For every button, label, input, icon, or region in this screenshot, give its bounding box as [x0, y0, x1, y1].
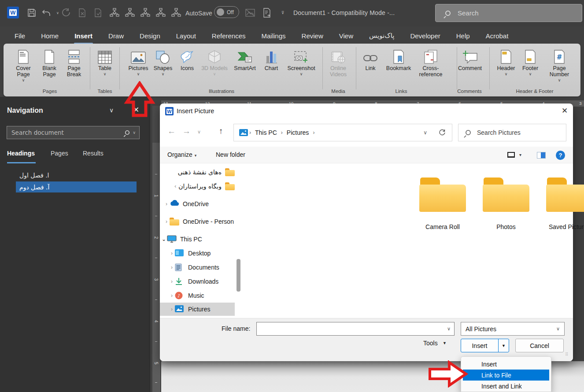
expand-chevron-icon[interactable]: ›	[169, 292, 175, 299]
tools-button[interactable]: Tools	[423, 340, 438, 347]
page-break-button[interactable]: Page Break	[62, 47, 86, 78]
chart-button[interactable]: Chart	[260, 47, 282, 71]
document-arrow-icon[interactable]	[262, 7, 272, 18]
file-type-dropdown[interactable]: All Pictures ∨	[461, 322, 565, 336]
resize-grip[interactable]: ⠿	[565, 352, 570, 357]
tree-item-virastaran[interactable]: وبگاه ویراستاران ›	[160, 180, 235, 192]
expand-chevron-icon[interactable]: ›	[169, 306, 175, 312]
nav-tab-results[interactable]: Results	[83, 150, 103, 157]
heading-item-selected[interactable]: آ. فصل دوم	[16, 181, 137, 192]
autosave-toggle[interactable]: Off	[214, 6, 239, 18]
dialog-search-box[interactable]	[458, 124, 566, 141]
titlebar-search-input[interactable]	[457, 9, 554, 17]
chevron-down-icon[interactable]: ∨	[447, 326, 454, 332]
pictures-button[interactable]: Pictures∨	[126, 47, 151, 76]
tree-item-mindmaps[interactable]: ه‌های نقشهٔ ذهنی	[160, 166, 235, 178]
tree-scrollbar-thumb[interactable]	[237, 259, 240, 292]
expand-chevron-icon[interactable]: ›	[169, 250, 175, 256]
header-button[interactable]: Header∨	[494, 47, 518, 76]
shapes-button[interactable]: Shapes∨	[151, 47, 175, 76]
dialog-search-input[interactable]	[476, 129, 547, 137]
collapse-chevron-icon[interactable]: ⌄	[161, 236, 167, 242]
org-chart-icon[interactable]	[171, 7, 181, 18]
preview-pane-icon[interactable]	[537, 152, 546, 159]
tree-item-documents[interactable]: › Documents	[160, 261, 235, 274]
table-button[interactable]: Table∨	[92, 47, 117, 76]
back-icon[interactable]: ←	[167, 126, 176, 136]
tree-item-desktop[interactable]: › Desktop	[160, 247, 235, 259]
close-icon[interactable]: ✕	[560, 106, 569, 116]
document-cancel-icon[interactable]	[77, 7, 87, 18]
tab-file[interactable]: File	[9, 30, 31, 41]
nav-tab-pages[interactable]: Pages	[51, 150, 68, 157]
chevron-down-icon[interactable]: ∨	[133, 130, 136, 135]
screenshot-button[interactable]: Screenshot∨	[285, 47, 318, 76]
tree-item-pictures[interactable]: › Pictures	[160, 303, 235, 316]
tab-home[interactable]: Home	[35, 30, 64, 41]
chevron-down-icon[interactable]: ▾	[519, 152, 521, 157]
tree-item-onedrive-personal[interactable]: › OneDrive - Person	[160, 215, 235, 228]
org-chart-icon[interactable]	[109, 7, 120, 18]
folder-tile-saved-pictures[interactable]: Saved Pictures	[538, 178, 584, 230]
insert-dropdown-icon[interactable]: ▼	[498, 339, 509, 352]
org-chart-icon[interactable]	[125, 7, 135, 18]
tree-item-this-pc[interactable]: ⌄ This PC	[160, 233, 235, 245]
new-folder-button[interactable]: New folder	[216, 151, 245, 158]
tab-mailings[interactable]: Mailings	[256, 30, 292, 41]
icons-button[interactable]: Icons	[176, 47, 199, 71]
tab-paknevis[interactable]: پاک‌نویس	[363, 30, 400, 41]
folder-tile-photos[interactable]: Photos	[474, 178, 538, 230]
cross-reference-button[interactable]: Cross-reference	[415, 47, 447, 78]
file-name-combobox[interactable]: ∨	[256, 322, 455, 336]
tab-references[interactable]: References	[206, 30, 251, 41]
tree-item-music[interactable]: › ♪ Music	[160, 289, 235, 302]
cover-page-button[interactable]: Cover Page∨	[10, 47, 37, 82]
tab-insert[interactable]: Insert	[69, 30, 98, 41]
tab-view[interactable]: View	[333, 30, 359, 41]
tab-layout[interactable]: Layout	[170, 30, 202, 41]
expand-chevron-icon[interactable]: ›	[163, 201, 170, 207]
nav-tab-headings[interactable]: Headings	[7, 150, 35, 157]
tree-item-onedrive[interactable]: › OneDrive	[160, 198, 235, 210]
menu-item-insert-and-link[interactable]: Insert and Link	[461, 381, 551, 392]
link-button[interactable]: Link	[359, 47, 381, 71]
address-bar[interactable]: › This PC › Pictures › ∨	[233, 124, 452, 141]
bookmark-button[interactable]: Bookmark	[383, 47, 414, 71]
up-icon[interactable]: ↑	[219, 126, 223, 136]
help-icon[interactable]: ?	[556, 151, 565, 160]
folder-tile-camera-roll[interactable]: Camera Roll	[411, 178, 474, 230]
save-icon[interactable]	[26, 7, 37, 18]
expand-chevron-icon[interactable]: ›	[172, 183, 178, 189]
tab-acrobat[interactable]: Acrobat	[480, 30, 514, 41]
refresh-icon[interactable]	[439, 129, 446, 136]
tree-item-downloads[interactable]: › Downloads	[160, 275, 235, 288]
chevron-down-icon[interactable]: ∨	[109, 107, 114, 114]
close-icon[interactable]: ✕	[133, 105, 139, 115]
navigation-search-box[interactable]: ∨	[7, 126, 140, 139]
tab-help[interactable]: Help	[451, 30, 476, 41]
expand-chevron-icon[interactable]: ›	[169, 264, 175, 270]
page-number-button[interactable]: # Page Number∨	[544, 47, 575, 82]
menu-item-link-to-file[interactable]: Link to File	[463, 370, 549, 381]
view-options-icon[interactable]	[507, 152, 515, 158]
org-chart-icon[interactable]	[155, 7, 166, 18]
blank-page-button[interactable]: Blank Page	[37, 47, 62, 78]
chevron-down-icon[interactable]: ▼	[443, 341, 447, 345]
3d-models-button[interactable]: 3D Models∨	[200, 47, 229, 76]
breadcrumb-this-pc[interactable]: This PC	[252, 129, 280, 136]
tab-developer[interactable]: Developer	[404, 30, 446, 41]
footer-button[interactable]: Footer∨	[518, 47, 542, 76]
tab-review[interactable]: Review	[296, 30, 329, 41]
redo-icon[interactable]	[61, 7, 71, 18]
file-name-input[interactable]	[257, 325, 447, 333]
breadcrumb-pictures[interactable]: Pictures	[284, 129, 312, 136]
tab-draw[interactable]: Draw	[103, 30, 129, 41]
tab-design[interactable]: Design	[134, 30, 166, 41]
comment-button[interactable]: Comment	[455, 47, 484, 71]
organize-button[interactable]: Organize▾	[167, 151, 196, 158]
titlebar-search-box[interactable]	[435, 4, 582, 22]
smartart-button[interactable]: SmartArt	[231, 47, 259, 71]
chevron-down-icon[interactable]: ∨	[423, 129, 427, 136]
navigation-search-input[interactable]	[11, 129, 125, 137]
expand-chevron-icon[interactable]: ›	[169, 278, 175, 285]
